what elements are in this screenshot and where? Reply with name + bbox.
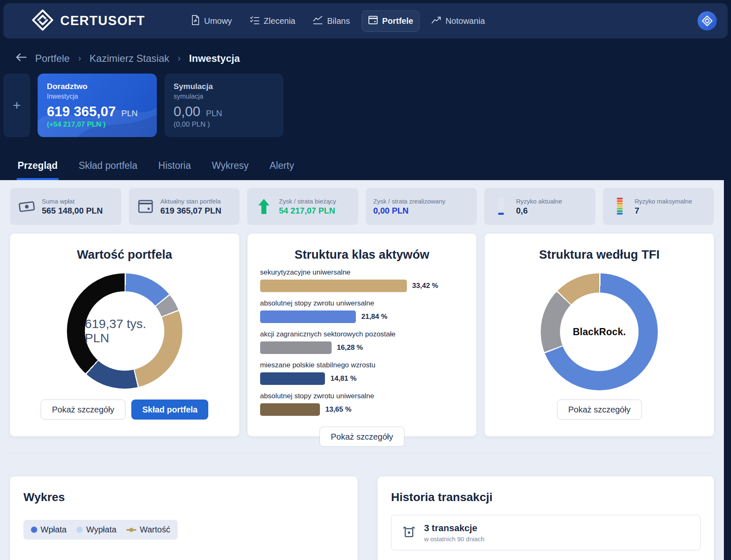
top-section: CERTUSOFT Umowy Zlec <box>0 0 731 180</box>
stat-label: Suma wpłat <box>42 198 103 205</box>
breadcrumb-portfele[interactable]: Portfele <box>35 53 70 64</box>
nav-item-bilans[interactable]: Bilans <box>307 11 355 31</box>
legend-item-wyplata[interactable]: Wypłata <box>77 525 116 535</box>
brand-logo[interactable]: CERTUSOFT <box>32 9 145 33</box>
tab-wykresy[interactable]: Wykresy <box>211 160 249 180</box>
portfolio-title: Doradztwo <box>47 82 148 91</box>
breadcrumb-client[interactable]: Kazimierz Stasiak <box>89 53 169 64</box>
card-title: Wykres <box>23 491 344 504</box>
section-tabs: Przegląd Skład portfela Historia Wykresy… <box>0 160 731 180</box>
portfolio-amount: 0,00 PLN <box>174 104 274 120</box>
stat-suma-wplat: Suma wpłat 565 148,00 PLN <box>10 188 121 225</box>
nav-item-portfele[interactable]: Portfele <box>362 10 419 32</box>
portfolio-card-symulacja[interactable]: Symulacja symulacja 0,00 PLN (0,00 PLN ) <box>164 74 284 137</box>
stat-value: 0,00 PLN <box>373 206 446 216</box>
trending-up-icon <box>431 15 441 27</box>
transactions-period: w ostatnich 90 dniach <box>424 535 484 542</box>
arrow-left-icon[interactable] <box>15 52 27 65</box>
stats-row: Suma wpłat 565 148,00 PLN Aktualny stan … <box>10 188 714 225</box>
browser-window-icon <box>368 15 378 27</box>
asset-class-row: sekurytyzacyjne uniwersalne33,42 % <box>260 268 464 292</box>
tab-przeglad[interactable]: Przegląd <box>17 160 59 180</box>
show-details-button[interactable]: Pokaż szczegóły <box>319 427 404 447</box>
tab-historia[interactable]: Historia <box>158 160 192 180</box>
currency-label: PLN <box>121 109 138 118</box>
donut-center-label: BlackRock. <box>573 326 626 338</box>
legend-marker-circle <box>31 527 37 533</box>
card-buttons: Pokaż szczegóły <box>557 400 642 420</box>
asset-class-bar <box>260 280 407 292</box>
portfolio-subtitle: Inwestycja <box>47 93 148 100</box>
card-title: Struktura klas aktywów <box>294 248 429 262</box>
bottom-row: Wykres Wpłata Wypłata Wartość 700k <box>10 476 714 560</box>
stat-value: 7 <box>635 206 693 216</box>
legend-label: Wpłata <box>41 525 66 535</box>
nav-item-label: Portfele <box>382 16 413 26</box>
legend-item-wplata[interactable]: Wpłata <box>31 525 66 535</box>
main-content: Suma wpłat 565 148,00 PLN Aktualny stan … <box>0 180 724 560</box>
asset-class-label: absolutnej stopy zwrotu uniwersalne <box>260 392 464 400</box>
asset-class-bar <box>260 403 320 416</box>
stat-zysk-biezacy: Zysk / strata bieżący 54 217,07 PLN <box>247 188 358 225</box>
asset-class-bar <box>260 341 332 354</box>
line-chart-icon <box>313 15 323 27</box>
card-historia-transakcji: Historia transakcji 3 transakcje w ostat… <box>378 476 714 560</box>
stat-ryzyko-maksymalne: Ryzyko maksymalne 7 <box>603 188 714 225</box>
card-buttons: Pokaż szczegóły Skład portfela <box>41 400 208 420</box>
breadcrumb-current: Inwestycja <box>189 53 240 64</box>
asset-class-percent: 14,81 % <box>330 374 356 383</box>
portfolio-composition-button[interactable]: Skład portfela <box>131 400 208 420</box>
tab-sklad-portfela[interactable]: Skład portfela <box>78 160 138 180</box>
brand-diamond-icon <box>702 15 713 26</box>
asset-class-row: akcji zagranicznych sektorowych pozostał… <box>260 330 464 354</box>
checklist-icon <box>250 15 260 27</box>
portfolio-amount: 619 365,07 PLN <box>47 104 148 120</box>
donut-center-value: 619,37 tys. PLN <box>85 317 164 345</box>
portfolio-change: (0,00 PLN ) <box>174 120 274 129</box>
show-details-button[interactable]: Pokaż szczegóły <box>557 400 642 420</box>
portfolio-change: (+54 217,07 PLN ) <box>47 120 148 129</box>
nav-item-label: Umowy <box>204 16 232 26</box>
asset-class-label: akcji zagranicznych sektorowych pozostał… <box>260 330 464 339</box>
portfolio-value-donut-chart: 619,37 tys. PLN <box>67 273 182 389</box>
asset-class-label: sekurytyzacyjne uniwersalne <box>260 268 464 277</box>
stat-value: 619 365,07 PLN <box>161 206 222 216</box>
charts-row: Wartość portfela 619,37 tys. PLN Pokaż s… <box>10 234 714 436</box>
wallet-icon <box>136 199 155 214</box>
legend-item-wartosc[interactable]: Wartość <box>126 525 170 535</box>
portfolio-title: Symulacja <box>174 82 274 91</box>
nav-item-label: Zlecenia <box>264 16 296 26</box>
asset-class-row: absolutnej stopy zwrotu uniwersalne21,84… <box>260 299 464 323</box>
brand-diamond-icon <box>32 9 54 33</box>
stat-label: Zysk / strata zrealizowany <box>373 198 446 205</box>
legend-marker-circle <box>77 527 83 533</box>
nav-item-zlecenia[interactable]: Zlecenia <box>244 11 302 31</box>
stat-value: 565 148,00 PLN <box>42 206 103 216</box>
stat-label: Aktualny stan portfela <box>161 198 222 205</box>
show-details-button[interactable]: Pokaż szczegóły <box>41 400 125 420</box>
nav-item-notowania[interactable]: Notowania <box>425 11 491 31</box>
breadcrumb: Portfele › Kazimierz Stasiak › Inwestycj… <box>15 48 731 69</box>
asset-class-label: mieszane polskie stabilnego wzrostu <box>260 361 464 369</box>
user-avatar[interactable] <box>698 11 717 31</box>
banknote-icon <box>18 199 36 214</box>
card-struktura-tfi: Struktura według TFI BlackRock. Pokaż sz… <box>485 234 714 436</box>
tab-alerty[interactable]: Alerty <box>268 160 295 180</box>
stat-label: Zysk / strata bieżący <box>279 198 336 205</box>
stat-value: 0,6 <box>516 206 562 216</box>
stat-zysk-zrealizowany: Zysk / strata zrealizowany 0,00 PLN <box>366 188 477 225</box>
asset-class-row: mieszane polskie stabilnego wzrostu14,81… <box>260 361 464 385</box>
nav-item-umowy[interactable]: Umowy <box>185 10 238 32</box>
transactions-summary: 3 transakcje w ostatnich 90 dniach <box>391 515 700 550</box>
card-struktura-klas: Struktura klas aktywów sekurytyzacyjne u… <box>248 234 477 436</box>
portfolio-card-doradztwo[interactable]: Doradztwo Inwestycja 619 365,07 PLN (+54… <box>38 74 157 137</box>
asset-class-percent: 21,84 % <box>361 313 387 321</box>
asset-class-percent: 33,42 % <box>412 282 438 290</box>
transactions-count: 3 transakcje <box>424 523 484 534</box>
transactions-icon <box>401 524 417 541</box>
arrow-up-icon <box>255 199 273 214</box>
asset-class-bar <box>260 311 356 323</box>
add-portfolio-button[interactable]: + <box>3 74 30 137</box>
document-icon <box>191 15 200 27</box>
card-wartosc-portfela: Wartość portfela 619,37 tys. PLN Pokaż s… <box>10 234 239 436</box>
